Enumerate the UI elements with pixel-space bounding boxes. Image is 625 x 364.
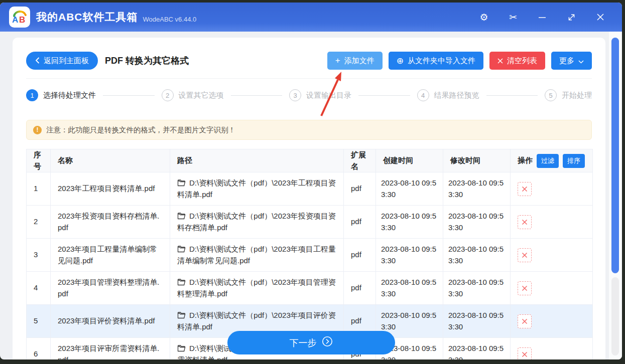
step-4-label: 结果路径预览	[434, 91, 479, 100]
cell-created: 2023-08-10 09:53:30	[376, 206, 443, 239]
app-window: A B 我的ABC软件工具箱 WodeABC v6.44.0 ⚙ ✂	[0, 3, 622, 359]
cell-path: D:\资料\测试文件（pdf）\2023年项目管理资料整理清单.pdf	[170, 272, 344, 305]
col-header-name: 名称	[51, 149, 170, 172]
cell-modified: 2023-08-10 09:53:30	[443, 305, 511, 338]
settings-gear-icon[interactable]: ⚙	[469, 3, 498, 32]
plus-icon: +	[335, 56, 340, 66]
scissors-icon[interactable]: ✂	[498, 3, 528, 32]
path-text: D:\资料\测试文件（pdf）\2023年项目管理资料整理清单.pdf	[177, 278, 336, 298]
delete-row-button[interactable]	[518, 248, 532, 262]
cell-ops	[511, 172, 593, 206]
folder-icon	[177, 178, 189, 187]
delete-row-button[interactable]	[518, 347, 532, 360]
col-header-ext: 扩展名	[344, 149, 376, 172]
col-header-path: 路径	[170, 149, 344, 172]
resize-maximize-icon[interactable]	[557, 3, 586, 32]
close-icon[interactable]	[586, 3, 615, 32]
chevron-left-icon	[35, 57, 40, 65]
minimize-icon[interactable]	[528, 3, 557, 32]
page-title: PDF 转换为其它格式	[105, 55, 189, 67]
step-connector	[103, 95, 155, 96]
cell-index: 5	[27, 305, 51, 338]
main-card: 返回到主面板 PDF 转换为其它格式 + 添加文件 ⊕ 从文件夹中导入文件 清空…	[13, 38, 605, 359]
step-5-number: 5	[545, 89, 557, 101]
cell-name: 2023年项目工程量清单编制常见问题.pdf	[51, 239, 170, 272]
cell-path: D:\资料\测试文件（pdf）\2023年工程项目资料清单.pdf	[170, 172, 344, 206]
delete-row-button[interactable]	[518, 215, 532, 229]
step-5-label: 开始处理	[562, 91, 592, 100]
import-from-folder-button[interactable]: ⊕ 从文件夹中导入文件	[389, 52, 483, 70]
svg-text:B: B	[19, 15, 25, 25]
step-3-number: 3	[289, 89, 301, 101]
step-1-label: 选择待处理文件	[43, 91, 96, 100]
cell-modified: 2023-08-10 09:53:30	[443, 272, 511, 305]
step-4-number: 4	[417, 89, 429, 101]
cell-ext: pdf	[344, 206, 376, 239]
cell-name: 2023年项目评审所需资料清单.pdf	[51, 338, 170, 360]
path-text: D:\资料\测试文件（pdf）\2023年项目评价资料清单.pdf	[177, 311, 336, 331]
next-circle-arrow-icon	[322, 336, 333, 349]
titlebar: A B 我的ABC软件工具箱 WodeABC v6.44.0 ⚙ ✂	[0, 3, 622, 32]
col-header-modified: 修改时间	[443, 149, 511, 172]
cell-index: 3	[27, 239, 51, 272]
cell-ops	[511, 338, 593, 360]
cell-path: D:\资料\测试文件（pdf）\2023年投资项目资料存档清单.pdf	[170, 206, 344, 239]
table-row[interactable]: 32023年项目工程量清单编制常见问题.pdfD:\资料\测试文件（pdf）\2…	[27, 239, 593, 272]
cell-created: 2023-08-10 09:53:30	[376, 172, 443, 206]
delete-row-button[interactable]	[518, 314, 532, 328]
step-1-number: 1	[26, 89, 38, 101]
cell-modified: 2023-08-10 09:53:30	[443, 172, 511, 206]
folder-icon	[177, 278, 189, 286]
add-files-label: 添加文件	[344, 56, 374, 66]
cell-name: 2023年投资项目资料存档清单.pdf	[51, 206, 170, 239]
step-connector	[358, 95, 410, 96]
x-icon	[497, 57, 503, 65]
cell-created: 2023-08-10 09:53:30	[376, 272, 443, 305]
table-row[interactable]: 12023年工程项目资料清单.pdfD:\资料\测试文件（pdf）\2023年工…	[27, 172, 593, 206]
cell-modified: 2023-08-10 09:53:30	[443, 239, 511, 272]
back-to-dashboard-button[interactable]: 返回到主面板	[26, 52, 98, 70]
svg-text:A: A	[12, 15, 18, 25]
add-files-button[interactable]: + 添加文件	[327, 52, 383, 70]
cell-created: 2023-08-10 09:53:30	[376, 239, 443, 272]
delete-row-button[interactable]	[518, 281, 532, 295]
table-row[interactable]: 22023年投资项目资料存档清单.pdfD:\资料\测试文件（pdf）\2023…	[27, 206, 593, 239]
scrollbar-track-lower	[611, 277, 619, 355]
cell-ops	[511, 272, 593, 305]
filter-button[interactable]: 过滤	[537, 154, 559, 168]
cell-path: D:\资料\测试文件（pdf）\2023年项目工程量清单编制常见问题.pdf	[170, 239, 344, 272]
step-5-start: 5 开始处理	[545, 89, 592, 101]
step-2-number: 2	[162, 89, 174, 101]
col-header-created: 创建时间	[376, 149, 443, 172]
step-connector	[486, 95, 538, 96]
col-header-ops: 操作 过滤 排序	[511, 149, 593, 172]
table-row[interactable]: 42023年项目管理资料整理清单.pdfD:\资料\测试文件（pdf）\2023…	[27, 272, 593, 305]
app-logo-icon: A B	[9, 7, 30, 28]
step-2-label: 设置其它选项	[179, 91, 224, 100]
chevron-down-icon	[578, 57, 584, 65]
step-connector	[231, 95, 283, 96]
folder-icon	[177, 311, 189, 319]
step-1-select-files: 1 选择待处理文件	[26, 89, 96, 101]
back-button-label: 返回到主面板	[44, 56, 89, 66]
next-step-button[interactable]: 下一步	[227, 331, 395, 354]
ops-header-label: 操作	[518, 155, 533, 166]
folder-icon	[177, 245, 189, 253]
path-text: D:\资料\测试文件（pdf）\2023年项目工程量清单编制常见问题.pdf	[177, 245, 336, 265]
cell-name: 2023年工程项目资料清单.pdf	[51, 172, 170, 206]
delete-row-button[interactable]	[518, 182, 532, 196]
sort-button[interactable]: 排序	[563, 154, 585, 168]
step-2-options: 2 设置其它选项	[162, 89, 224, 101]
toolbar: 返回到主面板 PDF 转换为其它格式 + 添加文件 ⊕ 从文件夹中导入文件 清空…	[26, 38, 592, 70]
cell-name: 2023年项目管理资料整理清单.pdf	[51, 272, 170, 305]
cell-index: 1	[27, 172, 51, 206]
folder-icon	[177, 212, 189, 220]
file-table: 序号 名称 路径 扩展名 创建时间 修改时间 操作 过滤 排序	[26, 149, 593, 359]
col-header-index: 序号	[27, 149, 51, 172]
step-4-path-preview: 4 结果路径预览	[417, 89, 479, 101]
table-header-row: 序号 名称 路径 扩展名 创建时间 修改时间 操作 过滤 排序	[27, 149, 593, 172]
clear-list-button[interactable]: 清空列表	[489, 52, 545, 70]
more-button[interactable]: 更多	[551, 52, 592, 70]
scrollbar-thumb[interactable]	[611, 38, 619, 273]
step-3-output-dir: 3 设置输出目录	[289, 89, 351, 101]
